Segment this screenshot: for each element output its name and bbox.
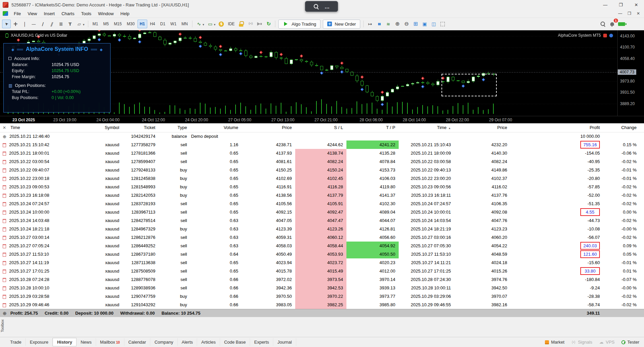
zoom-in-button[interactable]: [393, 20, 402, 28]
fibonacci-tool[interactable]: [57, 20, 65, 28]
overlay-more-button[interactable]: …: [325, 4, 330, 9]
close-toolbox-icon[interactable]: [3, 125, 6, 130]
status-market[interactable]: Market: [545, 340, 564, 345]
column-header-symbol[interactable]: Symbol: [78, 123, 123, 132]
table-row[interactable]: 2025.10.21 12:46:401042429174balanceDemo…: [0, 132, 644, 140]
timeframe-m30[interactable]: M30: [124, 20, 137, 28]
zigzag-button[interactable]: [384, 20, 393, 28]
toolbox-vertical-label[interactable]: Toolbox: [0, 319, 5, 333]
expert-advisor-icon[interactable]: [603, 34, 607, 37]
table-row[interactable]: 2025.10.28 07:24:28xauusd1288776078sell0…: [0, 275, 644, 284]
text-tool[interactable]: [66, 20, 74, 28]
crosshair-tool[interactable]: [11, 20, 20, 28]
cascade-windows-button[interactable]: [420, 20, 429, 28]
tab-exposure[interactable]: Exposure: [26, 338, 53, 346]
chart-area[interactable]: XAUUSD,H1 Gold vs US Dollar AlphaCore Sy…: [0, 30, 644, 123]
tab-alerts[interactable]: Alerts: [178, 338, 197, 346]
column-header-volume[interactable]: Volume: [190, 123, 242, 132]
table-row[interactable]: 2025.10.24 18:21:18xauusd1284967329buy0.…: [0, 225, 644, 233]
broadcast-button[interactable]: [255, 20, 264, 28]
column-header-type[interactable]: Type: [159, 123, 190, 132]
mdi-minimize-button[interactable]: —: [618, 11, 622, 16]
table-row[interactable]: 2025.10.24 10:00:00xauusd1283967113sell0…: [0, 208, 644, 216]
connection-status[interactable]: [617, 20, 626, 28]
bar-chart-button[interactable]: [375, 20, 384, 28]
horizontal-line-tool[interactable]: [29, 20, 38, 28]
notifications-button[interactable]: 1: [608, 20, 616, 28]
mdi-close-button[interactable]: ✕: [637, 11, 640, 16]
timeframe-m15[interactable]: M15: [112, 20, 124, 28]
equidistant-channel-tool[interactable]: [48, 20, 56, 28]
chart-settings-icon[interactable]: [609, 34, 613, 37]
column-header-price[interactable]: Price: [242, 123, 295, 132]
table-row[interactable]: 2025.10.24 07:24:57xauusd1283728193sell0…: [0, 199, 644, 208]
column-header-ticket[interactable]: Ticket: [123, 123, 159, 132]
table-row[interactable]: 2025.10.27 14:11:19xauusd1287113638sell0…: [0, 258, 644, 267]
table-row[interactable]: 2025.10.21 15:10:42xauusd1277358279sell1…: [0, 140, 644, 149]
arrange-windows-button[interactable]: [429, 20, 438, 28]
shapes-tool[interactable]: [75, 20, 86, 28]
search-button[interactable]: [599, 20, 607, 28]
table-row[interactable]: 2025.10.23 09:00:53xauusd1281548993buy0.…: [0, 183, 644, 191]
column-header-s-l[interactable]: S / L: [295, 123, 346, 132]
column-header-time[interactable]: Time: [0, 123, 78, 132]
chart-type-button[interactable]: [194, 20, 206, 28]
tab-calendar[interactable]: Calendar: [124, 338, 151, 346]
menu-item-tools[interactable]: Tools: [78, 10, 95, 17]
tab-mailbox[interactable]: Mailbox10: [96, 338, 124, 346]
chart-template-button[interactable]: [206, 20, 217, 28]
strategy-tester-button[interactable]: [438, 20, 447, 28]
minimize-button[interactable]: —: [597, 0, 613, 9]
table-row[interactable]: 2025.10.29 03:28:58xauusd1290747759buy0.…: [0, 292, 644, 301]
table-row[interactable]: 2025.10.27 11:53:10xauusd1286737180sell0…: [0, 250, 644, 258]
menu-item-insert[interactable]: Insert: [40, 10, 58, 17]
menu-item-charts[interactable]: Charts: [58, 10, 78, 17]
menu-item-window[interactable]: Window: [95, 10, 117, 17]
column-header-change[interactable]: Change: [603, 123, 644, 132]
maximize-button[interactable]: ❐: [613, 0, 628, 9]
table-row[interactable]: 2025.10.28 10:00:10xauusd1289038936sell0…: [0, 284, 644, 292]
market-depth-button[interactable]: [217, 20, 225, 28]
timeframe-mn[interactable]: MN: [179, 20, 190, 28]
timeframe-h1[interactable]: H1: [137, 20, 147, 28]
table-row[interactable]: 2025.10.27 17:01:25xauusd1287508509sell0…: [0, 267, 644, 275]
tab-code-base[interactable]: Code Base: [220, 338, 250, 346]
menu-item-view[interactable]: View: [24, 10, 40, 17]
table-row[interactable]: 2025.10.27 07:05:24xauusd1286449252sell0…: [0, 242, 644, 250]
status-vps[interactable]: VPS: [599, 340, 615, 345]
lock-button[interactable]: [237, 20, 246, 28]
timeframe-w1[interactable]: W1: [168, 20, 179, 28]
menu-item-file[interactable]: File: [10, 10, 24, 17]
column-header-price-close[interactable]: Price: [454, 123, 511, 132]
algo-trading-button[interactable]: Algo Trading: [278, 20, 320, 29]
table-row[interactable]: 2025.10.22 23:00:18xauusd1281245838buy0.…: [0, 174, 644, 183]
table-row[interactable]: 2025.10.27 03:00:14xauusd1286212876sell0…: [0, 233, 644, 242]
price-axis[interactable]: 4143.004100.704058.403973.803931.503889.…: [617, 30, 644, 116]
close-button[interactable]: ✕: [628, 0, 644, 9]
time-axis[interactable]: 23 Oct 202523 Oct 19:0024 Oct 04:0024 Oc…: [0, 116, 644, 123]
tab-experts[interactable]: Experts: [250, 338, 273, 346]
table-row[interactable]: 2025.10.24 14:03:48xauusd1284278514sell0…: [0, 216, 644, 225]
tab-journal[interactable]: Journal: [273, 338, 296, 346]
tile-windows-button[interactable]: [411, 20, 420, 28]
magnifier-plus-icon[interactable]: [313, 3, 319, 9]
column-header-t-p[interactable]: T / P: [346, 123, 399, 132]
table-row[interactable]: 2025.10.22 09:40:07xauusd1279248133buy0.…: [0, 166, 644, 174]
zoom-out-button[interactable]: [402, 20, 411, 28]
timeframe-m1[interactable]: M1: [90, 20, 101, 28]
table-row[interactable]: 2025.10.22 03:00:54xauusd1278599407sell0…: [0, 157, 644, 166]
pointer-tool[interactable]: [2, 20, 11, 28]
column-header-time-close[interactable]: Time: [399, 123, 454, 132]
table-row[interactable]: 2025.10.21 18:00:01xauusd1278181366sell0…: [0, 149, 644, 157]
status-tester[interactable]: Tester: [621, 340, 639, 345]
new-order-button[interactable]: New Order: [323, 20, 360, 29]
timeframe-m5[interactable]: M5: [101, 20, 111, 28]
table-row[interactable]: 2025.10.23 16:18:08xauusd1282142053buy0.…: [0, 191, 644, 199]
column-header-profit[interactable]: Profit: [511, 123, 603, 132]
tab-company[interactable]: Company: [150, 338, 178, 346]
tab-articles[interactable]: Articles: [197, 338, 220, 346]
tab-trade[interactable]: Trade: [6, 338, 26, 346]
tab-news[interactable]: News: [76, 338, 96, 346]
menu-item-help[interactable]: Help: [117, 10, 133, 17]
table-row[interactable]: 2025.10.29 09:46:46xauusd1291043292buy0.…: [0, 301, 644, 309]
